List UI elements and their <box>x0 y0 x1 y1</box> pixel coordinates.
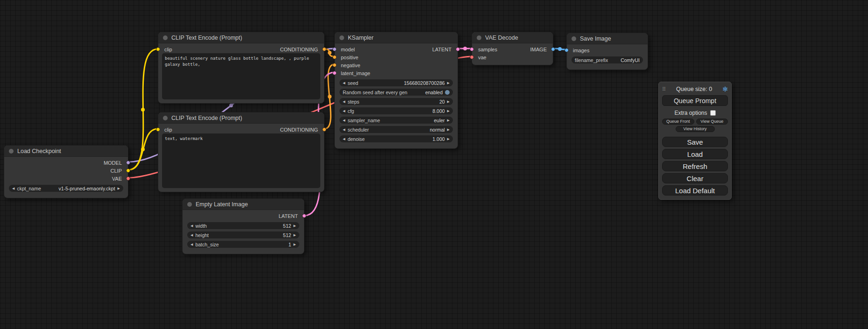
input-row-positive: positive <box>335 53 458 61</box>
output-row-model: MODEL <box>4 159 128 167</box>
node-ksampler[interactable]: KSampler model LATENT positive negative … <box>334 32 458 149</box>
widget-label: denoise <box>347 136 365 142</box>
toggle-indicator-icon[interactable] <box>445 90 450 95</box>
extra-options-row: Extra options <box>662 109 728 117</box>
link-clip-to-negative <box>128 129 158 170</box>
clear-button[interactable]: Clear <box>662 173 728 183</box>
next-value-arrow-icon[interactable]: ▶ <box>118 187 120 190</box>
decrement-arrow-icon[interactable]: ◀ <box>343 137 345 140</box>
workflow-buttons: Save Load Refresh Clear Load Default <box>662 137 728 196</box>
view-history-button[interactable]: View History <box>676 126 715 132</box>
load-default-button[interactable]: Load Default <box>662 185 728 196</box>
decrement-arrow-icon[interactable]: ◀ <box>343 81 345 84</box>
collapse-dot[interactable] <box>163 35 168 40</box>
latent-image-input-dot[interactable] <box>332 71 337 75</box>
queue-menu-panel[interactable]: ⠿ Queue size: 0 ✻ Queue Prompt Extra opt… <box>658 82 732 200</box>
decrement-arrow-icon[interactable]: ◀ <box>343 100 345 103</box>
prev-value-arrow-icon[interactable]: ◀ <box>12 187 14 190</box>
view-queue-button[interactable]: View Queue <box>696 119 728 125</box>
width-widget[interactable]: ◀ width 512 ▶ <box>187 222 299 229</box>
prev-value-arrow-icon[interactable]: ◀ <box>343 119 345 122</box>
image-output-dot[interactable] <box>551 47 555 51</box>
latent-output-dot[interactable] <box>302 214 306 218</box>
node-vae-decode[interactable]: VAE Decode samples IMAGE vae <box>472 32 553 65</box>
batch-size-widget[interactable]: ◀ batch_size 1 ▶ <box>187 241 299 248</box>
samples-input-dot[interactable] <box>470 47 474 51</box>
collapse-dot[interactable] <box>9 149 14 154</box>
widget-value: normal <box>430 127 445 133</box>
slot-row: clip CONDITIONING <box>158 45 324 53</box>
increment-arrow-icon[interactable]: ▶ <box>447 109 450 112</box>
node-graph-canvas[interactable]: Load Checkpoint MODEL CLIP VAE ◀ ckpt_na… <box>0 0 868 329</box>
seed-widget[interactable]: ◀ seed 156680208700286 ▶ <box>339 79 453 86</box>
vae-input-dot[interactable] <box>470 55 474 59</box>
images-input-dot[interactable] <box>565 48 569 52</box>
increment-arrow-icon[interactable]: ▶ <box>294 243 296 246</box>
decrement-arrow-icon[interactable]: ◀ <box>191 233 193 237</box>
cfg-widget[interactable]: ◀ cfg 8.000 ▶ <box>339 107 453 114</box>
widget-value: 1 <box>289 242 291 247</box>
random-seed-toggle-widget[interactable]: Random seed after every gen enabled <box>339 89 453 96</box>
model-output-dot[interactable] <box>126 161 130 165</box>
next-value-arrow-icon[interactable]: ▶ <box>447 119 450 122</box>
positive-prompt-textarea[interactable]: beautiful scenery nature glass bottle la… <box>162 53 320 99</box>
node-clip-text-encode-negative[interactable]: CLIP Text Encode (Prompt) clip CONDITION… <box>158 112 325 192</box>
collapse-dot[interactable] <box>477 35 481 40</box>
slot-label-image-output: IMAGE <box>530 47 547 52</box>
ckpt-name-widget[interactable]: ◀ ckpt_name v1-5-pruned-emaonly.ckpt ▶ <box>9 185 123 192</box>
refresh-button[interactable]: Refresh <box>662 161 728 171</box>
height-widget[interactable]: ◀ height 512 ▶ <box>187 231 299 238</box>
node-title-bar[interactable]: CLIP Text Encode (Prompt) <box>158 32 324 43</box>
widget-label: sampler_name <box>347 118 380 123</box>
negative-prompt-textarea[interactable]: text, watermark <box>162 133 320 188</box>
vae-output-dot[interactable] <box>126 176 130 181</box>
clip-input-dot[interactable] <box>156 127 160 132</box>
collapse-dot[interactable] <box>163 116 168 120</box>
node-empty-latent-image[interactable]: Empty Latent Image LATENT ◀ width 512 ▶ … <box>182 198 304 254</box>
latent-output-dot[interactable] <box>456 47 460 51</box>
node-load-checkpoint[interactable]: Load Checkpoint MODEL CLIP VAE ◀ ckpt_na… <box>4 145 128 198</box>
increment-arrow-icon[interactable]: ▶ <box>447 137 450 140</box>
next-value-arrow-icon[interactable]: ▶ <box>447 128 450 131</box>
decrement-arrow-icon[interactable]: ◀ <box>191 224 193 227</box>
queue-front-button[interactable]: Queue Front <box>662 119 694 125</box>
node-title-bar[interactable]: Empty Latent Image <box>183 199 304 210</box>
filename-prefix-widget[interactable]: filename_prefix ComfyUI <box>572 56 643 63</box>
clip-output-dot[interactable] <box>126 168 130 173</box>
drag-handle-icon[interactable]: ⠿ <box>662 86 666 92</box>
collapse-dot[interactable] <box>187 202 192 207</box>
node-title-bar[interactable]: VAE Decode <box>472 32 553 43</box>
increment-arrow-icon[interactable]: ▶ <box>447 81 450 84</box>
model-input-dot[interactable] <box>332 47 337 51</box>
node-title-bar[interactable]: CLIP Text Encode (Prompt) <box>158 112 324 124</box>
queue-prompt-button[interactable]: Queue Prompt <box>662 95 728 106</box>
denoise-widget[interactable]: ◀ denoise 1.000 ▶ <box>339 135 453 142</box>
node-title-bar[interactable]: Load Checkpoint <box>4 146 128 157</box>
decrement-arrow-icon[interactable]: ◀ <box>191 243 193 246</box>
node-title-bar[interactable]: KSampler <box>335 32 458 43</box>
clip-input-dot[interactable] <box>156 47 160 51</box>
collapse-dot[interactable] <box>572 36 576 41</box>
collapse-dot[interactable] <box>339 35 344 40</box>
settings-gear-icon[interactable]: ✻ <box>722 85 728 93</box>
increment-arrow-icon[interactable]: ▶ <box>294 224 296 227</box>
node-clip-text-encode-positive[interactable]: CLIP Text Encode (Prompt) clip CONDITION… <box>158 32 325 104</box>
negative-input-dot[interactable] <box>332 63 337 67</box>
increment-arrow-icon[interactable]: ▶ <box>447 100 450 103</box>
decrement-arrow-icon[interactable]: ◀ <box>343 109 345 112</box>
node-save-image[interactable]: Save Image images filename_prefix ComfyU… <box>566 33 648 70</box>
extra-options-checkbox[interactable] <box>710 110 716 116</box>
load-button[interactable]: Load <box>662 149 728 159</box>
positive-input-dot[interactable] <box>332 55 337 59</box>
node-title-bar[interactable]: Save Image <box>567 33 648 44</box>
scheduler-widget[interactable]: ◀ scheduler normal ▶ <box>339 126 453 133</box>
increment-arrow-icon[interactable]: ▶ <box>294 233 296 237</box>
conditioning-output-dot[interactable] <box>322 127 326 132</box>
sampler-name-widget[interactable]: ◀ sampler_name euler ▶ <box>339 117 453 124</box>
save-button[interactable]: Save <box>662 137 728 147</box>
widget-label: filename_prefix <box>575 57 608 63</box>
node-body: samples IMAGE vae <box>472 43 553 65</box>
conditioning-output-dot[interactable] <box>322 47 326 51</box>
prev-value-arrow-icon[interactable]: ◀ <box>343 128 345 131</box>
steps-widget[interactable]: ◀ steps 20 ▶ <box>339 98 453 105</box>
